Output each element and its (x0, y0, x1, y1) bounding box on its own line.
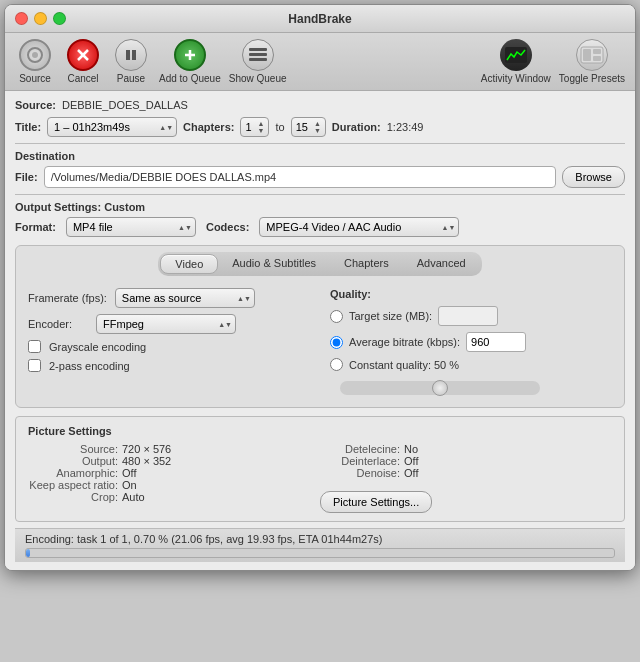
browse-button[interactable]: Browse (562, 166, 625, 188)
target-size-label: Target size (MB): (349, 310, 432, 322)
activity-window-button[interactable]: Activity Window (481, 39, 551, 84)
window-title: HandBrake (288, 12, 351, 26)
file-label: File: (15, 171, 38, 183)
add-icon (174, 39, 206, 71)
constant-quality-radio[interactable] (330, 358, 343, 371)
avg-bitrate-input[interactable] (466, 332, 526, 352)
source-button[interactable]: Source (15, 39, 55, 84)
source-label: Source: (15, 99, 56, 111)
picture-settings-button[interactable]: Picture Settings... (320, 491, 432, 513)
quality-heading: Quality: (330, 288, 612, 300)
divider-1 (15, 143, 625, 144)
show-queue-label: Show Queue (229, 73, 287, 84)
picture-settings-section: Picture Settings Source: 720 × 576 Outpu… (15, 416, 625, 522)
down-arrow-to[interactable]: ▼ (314, 127, 321, 134)
encoder-row: Encoder: FFmpeg (28, 314, 310, 334)
codecs-value: MPEG-4 Video / AAC Audio (266, 221, 401, 233)
title-select[interactable]: 1 – 01h23m49s (47, 117, 177, 137)
close-button[interactable] (15, 12, 28, 25)
duration-label: Duration: (332, 121, 381, 133)
ps-left-col: Source: 720 × 576 Output: 480 × 352 Anam… (28, 443, 320, 503)
encoder-label: Encoder: (28, 318, 72, 330)
source-ps-row: Source: 720 × 576 (28, 443, 320, 455)
encoder-select[interactable]: FFmpeg (96, 314, 236, 334)
framerate-select[interactable]: Same as source (115, 288, 255, 308)
tab-advanced[interactable]: Advanced (403, 254, 480, 274)
source-label: Source (19, 73, 51, 84)
avg-bitrate-row: Average bitrate (kbps): (330, 332, 612, 352)
minimize-button[interactable] (34, 12, 47, 25)
framerate-row: Framerate (fps): Same as source (28, 288, 310, 308)
up-arrow[interactable]: ▲ (258, 120, 265, 127)
main-window: HandBrake Source Cancel Pause Add to Qu (4, 4, 636, 571)
format-select[interactable]: MP4 file (66, 217, 196, 237)
activity-icon (500, 39, 532, 71)
presets-icon (576, 39, 608, 71)
add-to-queue-button[interactable]: Add to Queue (159, 39, 221, 84)
encoder-value: FFmpeg (103, 318, 144, 330)
down-arrow[interactable]: ▼ (258, 127, 265, 134)
avg-bitrate-label: Average bitrate (kbps): (349, 336, 460, 348)
keep-aspect-row: Keep aspect ratio: On (28, 479, 320, 491)
maximize-button[interactable] (53, 12, 66, 25)
detelecine-value: No (404, 443, 418, 455)
presets-label: Toggle Presets (559, 73, 625, 84)
to-label: to (275, 121, 284, 133)
divider-2 (15, 194, 625, 195)
tabs-container: Video Audio & Subtitles Chapters Advance… (15, 245, 625, 408)
codecs-label: Codecs: (206, 221, 249, 233)
detelecine-row: Detelecine: No (320, 443, 612, 455)
chapters-to-stepper[interactable]: 15 ▲▼ (291, 117, 326, 137)
title-label: Title: (15, 121, 41, 133)
grayscale-row: Grayscale encoding (28, 340, 310, 353)
deinterlace-row: Deinterlace: Off (320, 455, 612, 467)
format-label: Format: (15, 221, 56, 233)
chapters-label: Chapters: (183, 121, 234, 133)
status-bar: Encoding: task 1 of 1, 0.70 % (21.06 fps… (15, 528, 625, 562)
pause-icon (115, 39, 147, 71)
progress-bar-outer (25, 548, 615, 558)
framerate-label: Framerate (fps): (28, 292, 107, 304)
codecs-select[interactable]: MPEG-4 Video / AAC Audio (259, 217, 459, 237)
file-path-input[interactable] (44, 166, 557, 188)
title-value: 1 – 01h23m49s (54, 121, 130, 133)
show-queue-button[interactable]: Show Queue (229, 39, 287, 84)
output-settings-title: Output Settings: Custom (15, 201, 625, 213)
chapters-to-value: 15 (296, 121, 308, 133)
toggle-presets-button[interactable]: Toggle Presets (559, 39, 625, 84)
file-row: File: Browse (15, 166, 625, 188)
framerate-value: Same as source (122, 292, 201, 304)
pause-label: Pause (117, 73, 145, 84)
avg-bitrate-radio[interactable] (330, 336, 343, 349)
quality-section: Quality: Target size (MB): Average bitra… (330, 288, 612, 397)
left-settings: Framerate (fps): Same as source Encoder:… (28, 288, 310, 397)
add-to-queue-label: Add to Queue (159, 73, 221, 84)
tab-chapters[interactable]: Chapters (330, 254, 403, 274)
quality-slider[interactable] (340, 381, 540, 395)
cancel-button[interactable]: Cancel (63, 39, 103, 84)
pause-button[interactable]: Pause (111, 39, 151, 84)
traffic-lights (15, 12, 66, 25)
target-size-radio[interactable] (330, 310, 343, 323)
tab-audio[interactable]: Audio & Subtitles (218, 254, 330, 274)
tab-bar: Video Audio & Subtitles Chapters Advance… (158, 252, 481, 276)
cancel-label: Cancel (67, 73, 98, 84)
chapters-from-value: 1 (245, 121, 251, 133)
target-size-input[interactable] (438, 306, 498, 326)
tab-video[interactable]: Video (160, 254, 218, 274)
chapters-from-stepper[interactable]: 1 ▲▼ (240, 117, 269, 137)
quality-slider-container (330, 381, 612, 397)
cancel-icon (67, 39, 99, 71)
svg-rect-9 (249, 53, 267, 56)
deinterlace-label: Deinterlace: (320, 455, 400, 467)
keep-aspect-value: On (122, 479, 137, 491)
detelecine-label: Detelecine: (320, 443, 400, 455)
twopass-checkbox[interactable] (28, 359, 41, 372)
picture-settings-row: Source: 720 × 576 Output: 480 × 352 Anam… (28, 443, 612, 513)
queue-icon (242, 39, 274, 71)
grayscale-checkbox[interactable] (28, 340, 41, 353)
crop-label: Crop: (28, 491, 118, 503)
output-ps-value: 480 × 352 (122, 455, 171, 467)
up-arrow-to[interactable]: ▲ (314, 120, 321, 127)
source-ps-label: Source: (28, 443, 118, 455)
